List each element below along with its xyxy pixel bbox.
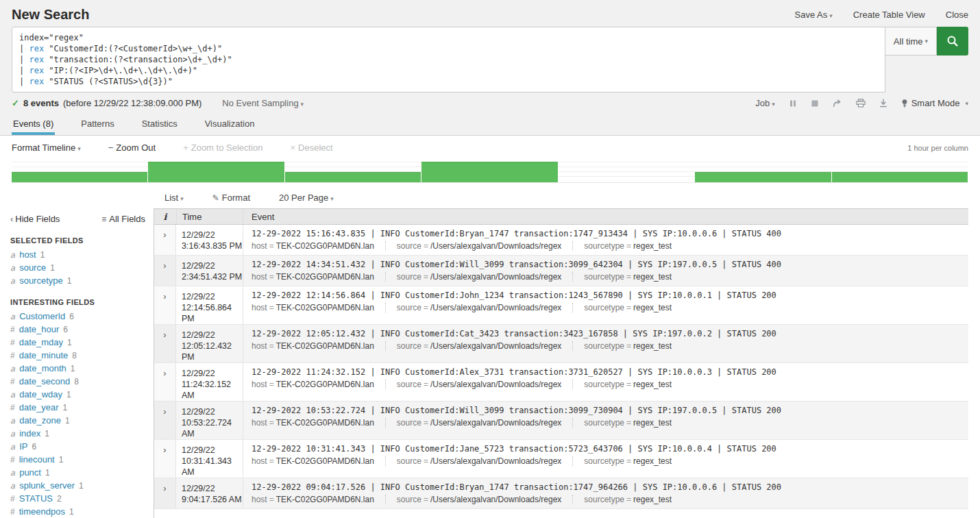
expand-row-chevron[interactable]: › [154,402,176,439]
meta-value[interactable]: TEK-C02GG0PAMD6N.lan [276,341,374,351]
field-count: 6 [63,325,68,334]
field-link[interactable]: punct [19,467,41,478]
timeline-column[interactable] [421,158,558,182]
time-range-picker[interactable]: All time▾ [885,27,937,56]
field-link[interactable]: linecount [19,454,55,465]
field-link[interactable]: STATUS [19,493,53,504]
list-view-menu[interactable]: List▾ [164,193,184,203]
expand-row-chevron[interactable]: › [154,478,176,508]
field-link[interactable]: date_year [19,402,59,412]
field-link[interactable]: date_zone [19,415,61,426]
timeline-column[interactable] [695,158,831,182]
zoom-to-selection-button[interactable]: +Zoom to Selection [183,143,262,153]
field-link[interactable]: date_wday [19,389,62,399]
meta-value[interactable]: TEK-C02GG0PAMD6N.lan [276,456,374,466]
meta-value[interactable]: regex_test [633,341,672,351]
field-link[interactable]: sourcetype [19,275,63,286]
hide-fields-button[interactable]: ‹Hide Fields [10,214,60,224]
format-timeline-menu[interactable]: Format Timeline▾ [12,143,81,153]
meta-value[interactable]: TEK-C02GG0PAMD6N.lan [276,272,374,282]
per-page-menu[interactable]: 20 Per Page▾ [279,193,334,203]
timeline-column[interactable] [148,158,284,182]
search-query-box[interactable]: index="regex"| rex "CustomerId:(?<Custom… [12,27,885,92]
meta-value[interactable]: regex_test [633,418,672,428]
meta-value[interactable]: regex_test [633,380,672,389]
field-link[interactable]: IP [19,441,27,452]
event-cell: 12-29-2022 12:05:12.432 | INFO CustomerI… [243,325,968,362]
equals-sign: = [624,303,633,312]
field-link[interactable]: host [19,249,36,260]
expand-row-chevron[interactable]: › [154,440,176,478]
meta-value[interactable]: /Users/alexgalvan/Downloads/regex [430,418,561,428]
event-raw-text: 12-29-2022 12:05:12.432 | INFO CustomerI… [252,329,968,338]
search-button[interactable] [937,27,968,56]
timeline-bar[interactable] [695,172,831,182]
zoom-out-button[interactable]: −Zoom Out [108,143,156,153]
expand-row-chevron[interactable]: › [154,225,176,255]
page-title: New Search [12,7,89,23]
timeline-bar[interactable] [12,172,147,182]
stop-button[interactable] [811,99,819,108]
meta-value[interactable]: TEK-C02GG0PAMD6N.lan [276,495,374,504]
field-link[interactable]: index [19,428,40,439]
all-fields-button[interactable]: ≡All Fields [101,214,145,224]
field-link[interactable]: date_mday [19,337,63,347]
timeline-column[interactable] [12,158,148,182]
meta-value[interactable]: /Users/alexgalvan/Downloads/regex [430,456,561,466]
close-button[interactable]: Close [946,10,968,20]
timeline-bar[interactable] [832,172,968,182]
meta-value[interactable]: /Users/alexgalvan/Downloads/regex [430,380,561,389]
field-link[interactable]: date_minute [19,350,69,360]
timeline-bar[interactable] [285,172,421,182]
tab-visualization[interactable]: Visualization [204,114,256,135]
meta-value[interactable]: regex_test [633,241,672,251]
meta-value[interactable]: TEK-C02GG0PAMD6N.lan [276,303,374,312]
field-link[interactable]: date_second [19,376,70,386]
tab-statistics[interactable]: Statistics [140,114,179,135]
save-as-menu[interactable]: Save As▾ [794,10,832,20]
meta-value[interactable]: TEK-C02GG0PAMD6N.lan [276,241,374,251]
meta-value[interactable]: /Users/alexgalvan/Downloads/regex [430,341,561,351]
meta-value[interactable]: /Users/alexgalvan/Downloads/regex [430,495,561,504]
pause-button[interactable] [789,99,797,108]
meta-value[interactable]: regex_test [633,303,672,312]
field-link[interactable]: date_month [19,363,66,373]
meta-value[interactable]: regex_test [633,272,672,282]
create-table-view-button[interactable]: Create Table View [853,10,925,20]
timeline-bar[interactable] [421,162,557,182]
timeline-column[interactable] [559,158,695,182]
print-button[interactable] [856,99,866,108]
format-button[interactable]: ✎Format [212,193,250,203]
meta-value[interactable]: /Users/alexgalvan/Downloads/regex [430,303,561,312]
deselect-button[interactable]: ×Deselect [291,143,333,153]
meta-value[interactable]: regex_test [633,495,672,504]
export-button[interactable] [879,99,887,108]
meta-value[interactable]: TEK-C02GG0PAMD6N.lan [276,380,374,389]
tab-patterns[interactable]: Patterns [79,114,115,135]
field-link[interactable]: splunk_server [19,480,75,491]
timeline-column[interactable] [832,158,968,182]
field-count: 1 [45,468,50,478]
field-link[interactable]: date_hour [19,324,60,334]
expand-row-chevron[interactable]: › [154,256,176,286]
expand-row-chevron[interactable]: › [154,363,176,401]
field-link[interactable]: CustomerId [19,311,65,321]
smart-mode-menu[interactable]: Smart Mode▾ [901,98,968,108]
field-link[interactable]: source [19,262,46,273]
meta-value[interactable]: TEK-C02GG0PAMD6N.lan [276,418,374,428]
timeline-column[interactable] [285,158,421,182]
equals-sign: = [421,380,430,389]
meta-value[interactable]: regex_test [633,456,672,466]
field-link[interactable]: timeendpos [19,506,65,517]
timeline-bar[interactable] [148,162,284,182]
tab-events[interactable]: Events (8) [12,114,55,135]
event-sampling-menu[interactable]: No Event Sampling▾ [222,98,304,108]
expand-row-chevron[interactable]: › [154,325,176,362]
meta-source: source=/Users/alexgalvan/Downloads/regex [385,303,572,312]
job-menu[interactable]: Job▾ [755,98,775,108]
expand-row-chevron[interactable]: › [154,286,176,324]
meta-value[interactable]: /Users/alexgalvan/Downloads/regex [430,272,561,282]
column-header-time[interactable]: Time [176,209,243,224]
share-button[interactable] [833,99,842,108]
meta-value[interactable]: /Users/alexgalvan/Downloads/regex [430,241,561,251]
